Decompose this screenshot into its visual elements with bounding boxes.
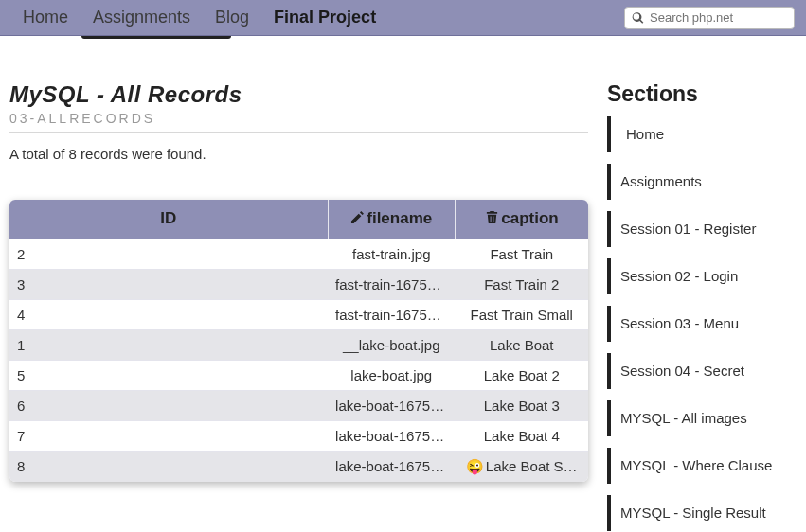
col-id[interactable]: ID — [9, 200, 328, 239]
pencil-icon — [350, 210, 365, 229]
total-count-text: A total of 8 records were found. — [9, 146, 588, 162]
search-icon — [632, 11, 644, 24]
search-input[interactable] — [624, 7, 795, 29]
records-table: ID filename caption 2fast-train.jpgFast … — [9, 200, 588, 482]
table-row[interactable]: 8lake-boat-16753…😜Lake Boat S… — [9, 451, 588, 482]
nav-home[interactable]: Home — [11, 2, 80, 33]
cell-caption: Lake Boat 3 — [455, 390, 588, 420]
cell-id: 4 — [9, 299, 328, 329]
top-bar: Home Assignments Blog Final Project — [0, 0, 806, 36]
sidebar-item[interactable]: Home — [607, 116, 797, 152]
cell-id: 8 — [9, 451, 328, 482]
cell-filename: fast-train.jpg — [328, 239, 455, 269]
cell-id: 3 — [9, 269, 328, 299]
cell-id: 1 — [9, 329, 328, 360]
cell-caption: Fast Train 2 — [455, 269, 588, 299]
table-row[interactable]: 2fast-train.jpgFast Train — [9, 239, 588, 269]
page-subtitle: 03-ALLRECORDS — [9, 111, 588, 126]
top-nav: Home Assignments Blog Final Project — [11, 2, 624, 33]
page-title: MySQL - All Records — [9, 81, 588, 108]
cell-id: 5 — [9, 360, 328, 390]
table-body: 2fast-train.jpgFast Train3fast-train-167… — [9, 239, 588, 482]
cell-filename: lake-boat-16753… — [328, 390, 455, 420]
nav-final-project[interactable]: Final Project — [262, 2, 387, 33]
cell-id: 6 — [9, 390, 328, 420]
sidebar-list: HomeAssignmentsSession 01 - RegisterSess… — [607, 116, 797, 531]
main: MySQL - All Records 03-ALLRECORDS A tota… — [0, 44, 806, 532]
sidebar-item[interactable]: MYSQL - Where Clause — [607, 448, 797, 484]
sidebar-item[interactable]: Session 02 - Login — [607, 258, 797, 294]
cell-caption: Lake Boat — [455, 329, 588, 360]
divider — [9, 132, 588, 133]
search-wrap — [624, 7, 795, 29]
cell-caption: Lake Boat 2 — [455, 360, 588, 390]
table-header-row: ID filename caption — [9, 200, 588, 239]
records-table-wrap: ID filename caption 2fast-train.jpgFast … — [9, 200, 588, 482]
sidebar-item[interactable]: MYSQL - Single Result — [607, 495, 797, 531]
cell-caption: Fast Train Small — [455, 299, 588, 329]
nav-blog[interactable]: Blog — [204, 2, 260, 33]
table-row[interactable]: 6lake-boat-16753…Lake Boat 3 — [9, 390, 588, 420]
cell-filename: lake-boat-16753… — [328, 451, 455, 482]
cell-filename: lake-boat.jpg — [328, 360, 455, 390]
table-row[interactable]: 1__lake-boat.jpgLake Boat — [9, 329, 588, 360]
cell-caption: Lake Boat 4 — [455, 420, 588, 451]
nav-underline — [0, 36, 806, 44]
cell-caption: Fast Train — [455, 239, 588, 269]
sidebar-item[interactable]: Session 01 - Register — [607, 211, 797, 247]
sidebar: Sections HomeAssignmentsSession 01 - Reg… — [607, 81, 797, 532]
sidebar-item[interactable]: MYSQL - All images — [607, 400, 797, 436]
cell-filename: __lake-boat.jpg — [328, 329, 455, 360]
cell-id: 2 — [9, 239, 328, 269]
emoji-icon: 😜 — [466, 458, 484, 474]
nav-assignments[interactable]: Assignments — [81, 2, 202, 33]
table-row[interactable]: 3fast-train-16753…Fast Train 2 — [9, 269, 588, 299]
cell-id: 7 — [9, 420, 328, 451]
table-row[interactable]: 4fast-train-16753…Fast Train Small — [9, 299, 588, 329]
trash-icon — [485, 210, 499, 229]
cell-filename: fast-train-16753… — [328, 299, 455, 329]
table-row[interactable]: 5lake-boat.jpgLake Boat 2 — [9, 360, 588, 390]
col-caption[interactable]: caption — [455, 200, 588, 239]
sidebar-item[interactable]: Assignments — [607, 164, 797, 200]
sidebar-item[interactable]: Session 03 - Menu — [607, 306, 797, 342]
col-filename[interactable]: filename — [328, 200, 455, 239]
content: MySQL - All Records 03-ALLRECORDS A tota… — [9, 81, 588, 532]
sidebar-item[interactable]: Session 04 - Secret — [607, 353, 797, 389]
sidebar-title: Sections — [607, 81, 797, 107]
table-row[interactable]: 7lake-boat-16753…Lake Boat 4 — [9, 420, 588, 451]
cell-filename: fast-train-16753… — [328, 269, 455, 299]
cell-caption: 😜Lake Boat S… — [455, 451, 588, 482]
cell-filename: lake-boat-16753… — [328, 420, 455, 451]
